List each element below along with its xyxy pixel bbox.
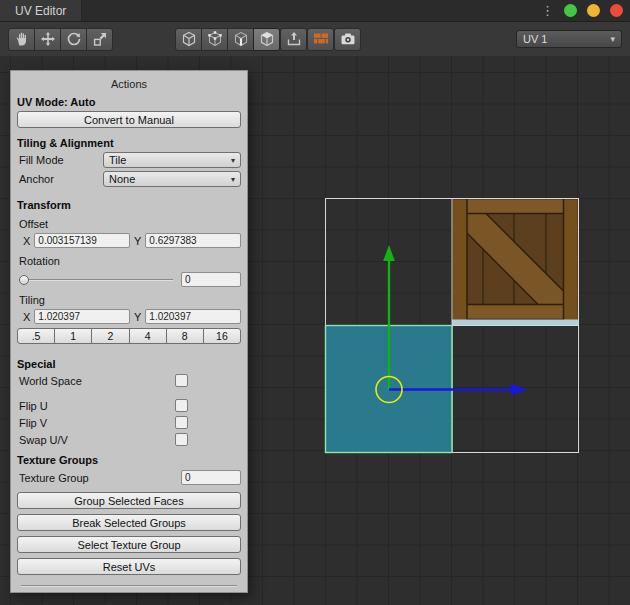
panel-divider [21, 585, 237, 587]
tiling-x-input[interactable] [34, 309, 130, 324]
tiling-x-label: X [23, 311, 30, 323]
swap-uv-row: Swap U/V [17, 433, 241, 446]
tiling-fields-row: X Y [17, 309, 241, 324]
tiling-presets: .5 1 2 4 8 16 [17, 328, 241, 344]
tiling-y-label: Y [134, 311, 141, 323]
rotation-label: Rotation [19, 255, 241, 267]
window-control-yellow[interactable] [587, 4, 600, 17]
tiling-alignment-header: Tiling & Alignment [17, 137, 241, 149]
world-space-checkbox[interactable] [175, 374, 188, 387]
flip-v-row: Flip V [17, 416, 241, 429]
transform-header: Transform [17, 199, 241, 211]
texture-mode-button[interactable] [307, 28, 334, 51]
move-tool-button[interactable] [34, 28, 61, 51]
chevron-down-icon: ▾ [610, 34, 615, 44]
texture-group-row: Texture Group [17, 470, 241, 485]
chevron-down-icon: ▾ [231, 156, 235, 165]
actions-panel-title: Actions [17, 78, 241, 90]
offset-x-input[interactable] [34, 233, 130, 248]
uv-editor-window: UV Editor ⋮ [0, 0, 630, 605]
texture-group-buttons: Group Selected Faces Break Selected Grou… [17, 492, 241, 575]
move-icon [40, 31, 56, 47]
flip-u-label: Flip U [17, 400, 175, 412]
swap-uv-checkbox[interactable] [175, 433, 188, 446]
uv-channel-value: UV 1 [523, 33, 547, 45]
rotate-tool-button[interactable] [60, 28, 87, 51]
preset-4-button[interactable]: 4 [129, 328, 167, 344]
flip-v-checkbox[interactable] [175, 416, 188, 429]
anchor-row: Anchor None ▾ [17, 171, 241, 187]
fill-mode-dropdown[interactable]: Tile ▾ [103, 152, 241, 168]
tool-group [8, 28, 113, 51]
select-texture-group-button[interactable]: Select Texture Group [17, 536, 241, 553]
fill-mode-row: Fill Mode Tile ▾ [17, 152, 241, 168]
group-selected-faces-button[interactable]: Group Selected Faces [17, 492, 241, 509]
rotate-icon [66, 31, 82, 47]
rotation-slider[interactable] [19, 274, 173, 286]
camera-icon [340, 31, 356, 47]
tab-uv-editor[interactable]: UV Editor [0, 0, 82, 21]
texture-group-input[interactable] [181, 470, 241, 485]
window-title: UV Editor [15, 4, 66, 18]
titlebar-controls: ⋮ [541, 0, 630, 21]
object-mode-button[interactable] [175, 28, 202, 51]
swap-uv-label: Swap U/V [17, 434, 175, 446]
scale-icon [92, 31, 108, 47]
hand-icon [14, 31, 30, 47]
preset-8-button[interactable]: 8 [166, 328, 204, 344]
preset-half-button[interactable]: .5 [17, 328, 55, 344]
export-arrow-icon [286, 31, 302, 47]
uv-mode-label: UV Mode: Auto [17, 96, 241, 108]
uv-channel-dropdown[interactable]: UV 1 ▾ [516, 30, 622, 48]
world-space-label: World Space [17, 375, 175, 387]
offset-y-label: Y [134, 235, 141, 247]
pan-tool-button[interactable] [8, 28, 35, 51]
reset-uvs-button[interactable]: Reset UVs [17, 558, 241, 575]
preset-2-button[interactable]: 2 [91, 328, 129, 344]
vertex-mode-button[interactable] [201, 28, 228, 51]
selection-mode-group [175, 28, 280, 51]
fill-mode-label: Fill Mode [17, 154, 103, 166]
toolbar: UV 1 ▾ [0, 22, 630, 56]
window-control-green[interactable] [564, 4, 577, 17]
anchor-dropdown[interactable]: None ▾ [103, 171, 241, 187]
render-uv-template-button[interactable] [334, 28, 361, 51]
tiling-y-input[interactable] [145, 309, 241, 324]
texture-groups-header: Texture Groups [17, 454, 241, 466]
convert-to-manual-button[interactable]: Convert to Manual [17, 111, 241, 128]
flip-u-row: Flip U [17, 399, 241, 412]
bricks-icon [313, 31, 329, 47]
anchor-value: None [109, 173, 135, 185]
offset-label: Offset [19, 218, 241, 230]
chevron-down-icon: ▾ [231, 175, 235, 184]
export-uv-button[interactable] [280, 28, 307, 51]
edge-mode-button[interactable] [227, 28, 254, 51]
edge-mode-icon [233, 31, 249, 47]
rotation-row [19, 272, 241, 287]
flip-v-label: Flip V [17, 417, 175, 429]
tiling-label: Tiling [19, 294, 241, 306]
face-mode-button[interactable] [253, 28, 280, 51]
face-mode-icon [259, 31, 275, 47]
fill-mode-value: Tile [109, 154, 126, 166]
preset-16-button[interactable]: 16 [203, 328, 241, 344]
titlebar: UV Editor ⋮ [0, 0, 630, 22]
slider-track [19, 279, 173, 281]
vertex-mode-icon [207, 31, 223, 47]
world-space-row: World Space [17, 374, 241, 387]
anchor-label: Anchor [17, 173, 103, 185]
offset-fields-row: X Y [17, 233, 241, 248]
scale-tool-button[interactable] [86, 28, 113, 51]
rotation-input[interactable] [181, 272, 241, 287]
flip-u-checkbox[interactable] [175, 399, 188, 412]
actions-panel: Actions UV Mode: Auto Convert to Manual … [10, 70, 248, 593]
preset-1-button[interactable]: 1 [54, 328, 92, 344]
offset-y-input[interactable] [145, 233, 241, 248]
window-control-red[interactable] [610, 4, 623, 17]
break-selected-groups-button[interactable]: Break Selected Groups [17, 514, 241, 531]
object-mode-icon [181, 31, 197, 47]
texture-group-label: Texture Group [17, 472, 127, 484]
window-menu-icon[interactable]: ⋮ [541, 4, 554, 17]
slider-knob[interactable] [19, 275, 29, 285]
special-header: Special [17, 358, 241, 370]
